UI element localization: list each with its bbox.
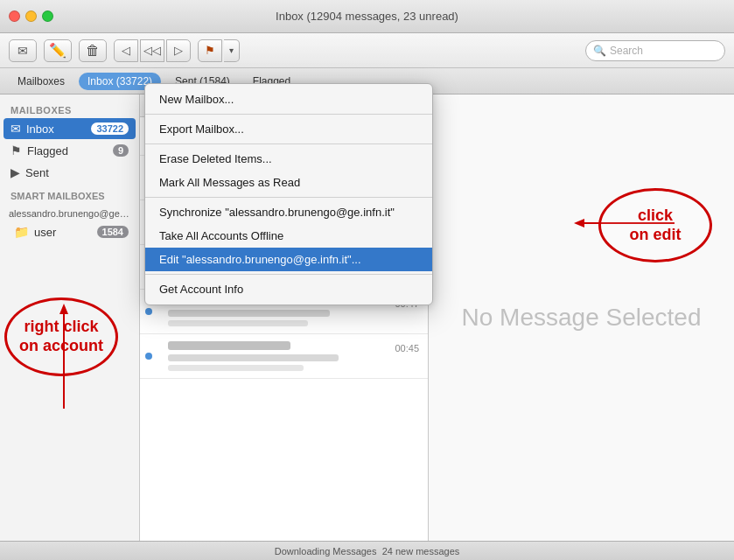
edit-icon[interactable]: ✏️ <box>44 39 72 62</box>
email-sender-6 <box>168 341 290 350</box>
sidebar-flagged-label: Flagged <box>27 144 113 158</box>
menu-divider-3 <box>145 197 432 198</box>
toolbar: ✉ ✏️ 🗑 ◁ ◁◁ ▷ ⚑ ▾ 🔍 Search <box>0 33 734 68</box>
flagged-icon: ⚑ <box>10 144 22 158</box>
title-bar: Inbox (12904 messages, 23 unread) <box>0 0 734 33</box>
unread-dot <box>145 353 152 360</box>
email-time-6: 00:45 <box>395 343 419 354</box>
back-button[interactable]: ◁ <box>114 39 138 62</box>
annotation-bubble-right: click on edit <box>598 188 712 262</box>
search-box[interactable]: 🔍 Search <box>585 40 725 61</box>
annotation-click-edit: click on edit <box>598 188 712 262</box>
menu-divider-2 <box>145 144 432 144</box>
tab-mailboxes[interactable]: Mailboxes <box>9 73 73 90</box>
no-message-text: No Message Selected <box>462 304 702 332</box>
flagged-badge: 9 <box>113 144 129 157</box>
sidebar-user-label: user <box>34 226 97 239</box>
menu-take-offline[interactable]: Take All Accounts Offline <box>145 224 432 248</box>
maximize-button[interactable] <box>42 10 53 22</box>
sidebar-item-sent[interactable]: ▶ Sent <box>3 162 136 183</box>
email-preview-5 <box>168 320 308 326</box>
email-preview-6 <box>168 365 304 371</box>
nav-buttons: ◁ ◁◁ ▷ <box>114 39 191 62</box>
svg-marker-3 <box>574 219 584 228</box>
menu-divider-1 <box>145 114 432 115</box>
search-placeholder: Search <box>610 45 643 57</box>
compose-icon[interactable]: ✉ <box>9 39 37 62</box>
delete-button[interactable]: 🗑 <box>79 39 107 62</box>
sidebar-smart-section: Smart Mailboxes <box>0 184 139 203</box>
email-content-6 <box>168 341 419 371</box>
account-email-label: alessandro.brunengo@ge.i... <box>0 203 139 220</box>
context-menu: New Mailbox... Export Mailbox... Erase D… <box>144 83 433 305</box>
menu-new-mailbox[interactable]: New Mailbox... <box>145 88 432 111</box>
minimize-button[interactable] <box>25 10 37 22</box>
unread-dot <box>145 308 152 315</box>
arrow-right-click <box>59 304 68 420</box>
window-title: Inbox (12904 messages, 23 unread) <box>276 10 458 23</box>
menu-edit-account[interactable]: Edit "alessandro.brunengo@ge.infn.it"... <box>145 248 432 271</box>
back-all-button[interactable]: ◁◁ <box>140 39 164 62</box>
sent-icon: ▶ <box>10 165 20 179</box>
user-badge: 1584 <box>97 226 129 238</box>
inbox-badge: 33722 <box>91 122 129 135</box>
menu-synchronize[interactable]: Synchronize "alessandro.brunengo@ge.infn… <box>145 200 432 224</box>
email-subject-6 <box>168 354 339 361</box>
email-item[interactable]: 00:45 <box>140 334 428 379</box>
detail-area: No Message Selected <box>429 94 734 541</box>
sidebar-sent-label: Sent <box>25 166 129 179</box>
window-controls <box>9 10 53 22</box>
menu-mark-all-read[interactable]: Mark All Messages as Read <box>145 171 432 194</box>
svg-marker-1 <box>59 304 68 314</box>
status-bar: Downloading Messages 24 new messages <box>0 541 734 560</box>
sidebar-section-mailboxes: Mailboxes <box>0 102 139 117</box>
email-subject-5 <box>168 310 330 317</box>
inbox-icon: ✉ <box>10 122 21 136</box>
flag-dropdown[interactable]: ▾ <box>224 39 240 62</box>
menu-export-mailbox[interactable]: Export Mailbox... <box>145 117 432 141</box>
menu-erase-deleted[interactable]: Erase Deleted Items... <box>145 147 432 171</box>
user-folder-icon: 📁 <box>14 225 29 239</box>
flag-button[interactable]: ⚑ <box>198 39 222 62</box>
sidebar-inbox-label: Inbox <box>26 122 91 136</box>
annotation-click-edit-text: click on edit <box>630 206 682 244</box>
menu-get-account-info[interactable]: Get Account Info <box>145 277 432 301</box>
search-icon: 🔍 <box>593 45 606 57</box>
sidebar-item-user[interactable]: 📁 user 1584 <box>7 221 136 242</box>
sidebar-item-inbox[interactable]: ✉ Inbox 33722 <box>3 118 136 139</box>
forward-button[interactable]: ▷ <box>166 39 191 62</box>
sidebar-item-flagged[interactable]: ⚑ Flagged 9 <box>3 140 136 161</box>
menu-divider-4 <box>145 274 432 275</box>
status-text: Downloading Messages 24 new messages <box>275 546 460 556</box>
close-button[interactable] <box>9 10 20 22</box>
